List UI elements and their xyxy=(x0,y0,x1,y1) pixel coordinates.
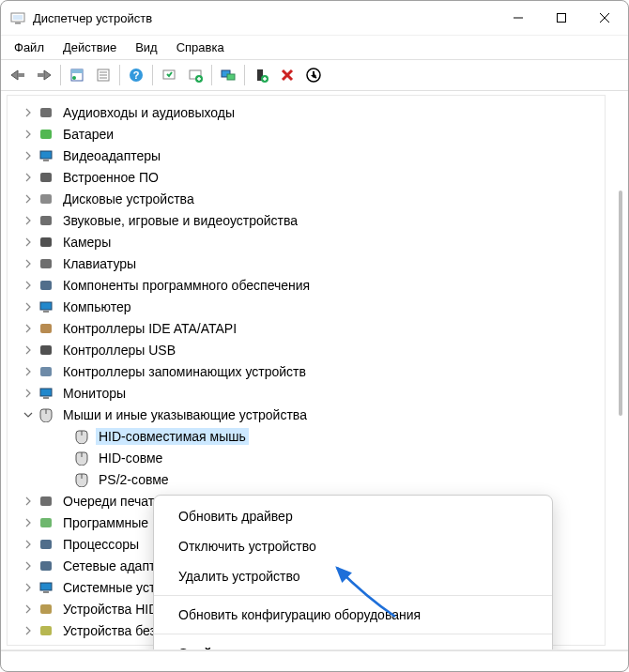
mouse-icon xyxy=(73,471,90,488)
ctx-disable-device[interactable]: Отключить устройство xyxy=(154,531,552,561)
monitor-icon xyxy=(38,385,54,402)
display-adapter-icon xyxy=(38,147,54,164)
ctx-uninstall-device[interactable]: Удалить устройство xyxy=(154,561,552,591)
toolbar-separator xyxy=(152,65,153,85)
security-icon xyxy=(38,622,54,639)
tree-category[interactable]: Компьютер xyxy=(8,296,605,317)
show-hidden-button[interactable] xyxy=(65,63,89,87)
svg-rect-56 xyxy=(43,591,49,593)
svg-rect-45 xyxy=(40,389,52,396)
svg-rect-42 xyxy=(40,324,52,333)
ctx-scan-hardware[interactable]: Обновить конфигурацию оборудования xyxy=(154,600,552,630)
menubar: Файл Действие Вид Справка xyxy=(1,35,628,59)
tree-category-label: Системные уст xyxy=(60,579,158,596)
expand-caret-icon[interactable] xyxy=(21,130,36,139)
expand-caret-icon[interactable] xyxy=(21,561,36,571)
help-button[interactable]: ? xyxy=(124,63,148,87)
context-menu: Обновить драйвер Отключить устройство Уд… xyxy=(153,495,553,650)
mouse-icon xyxy=(73,428,90,445)
properties-button[interactable] xyxy=(301,63,326,87)
content-area: Аудиовходы и аудиовыходыБатареиВидеоадап… xyxy=(1,91,628,650)
expand-caret-icon[interactable] xyxy=(21,496,36,506)
back-button[interactable] xyxy=(6,63,30,87)
tree-category[interactable]: Контроллеры USB xyxy=(8,339,605,360)
expand-caret-icon[interactable] xyxy=(21,151,36,160)
maximize-button[interactable] xyxy=(540,3,583,33)
forward-button[interactable] xyxy=(32,63,56,87)
expand-caret-icon[interactable] xyxy=(21,237,36,247)
svg-rect-10 xyxy=(71,69,83,73)
expand-caret-icon[interactable] xyxy=(21,583,36,592)
tree-category[interactable]: Камеры xyxy=(8,231,605,252)
expand-caret-icon[interactable] xyxy=(21,281,36,290)
tree-category-label: Мыши и иные указывающие устройства xyxy=(60,406,310,423)
tree-category[interactable]: Видеоадаптеры xyxy=(8,145,605,166)
mouse-icon xyxy=(38,406,54,423)
tree-category[interactable]: Аудиовходы и аудиовыходы xyxy=(8,101,605,123)
tree-device-label: HID-совме xyxy=(96,450,165,466)
vertical-scrollbar[interactable] xyxy=(611,97,624,644)
tree-category[interactable]: Контроллеры запоминающих устройств xyxy=(8,360,605,382)
window-frame: Диспетчер устройств Файл Действие Вид Сп… xyxy=(0,0,629,672)
tree-category[interactable]: Клавиатуры xyxy=(8,252,605,274)
expand-caret-icon[interactable] xyxy=(21,324,36,333)
expand-caret-icon[interactable] xyxy=(21,216,36,225)
scan-hardware-button[interactable] xyxy=(157,63,181,87)
expand-caret-icon[interactable] xyxy=(21,173,36,182)
toolbar-separator xyxy=(119,65,120,85)
update-driver-button[interactable] xyxy=(249,63,273,87)
tree-category[interactable]: Звуковые, игровые и видеоустройства xyxy=(8,209,605,231)
expand-caret-icon[interactable] xyxy=(21,345,36,355)
expand-caret-icon[interactable] xyxy=(21,540,36,549)
tree-device[interactable]: PS/2-совме xyxy=(8,468,605,490)
expand-caret-icon[interactable] xyxy=(21,410,36,420)
tree-device[interactable]: HID-совместимая мышь xyxy=(8,425,605,447)
tree-category[interactable]: Контроллеры IDE ATA/ATAPI xyxy=(8,317,605,339)
svg-rect-36 xyxy=(40,216,52,225)
uninstall-button[interactable] xyxy=(275,63,299,87)
tree-category[interactable]: Мониторы xyxy=(8,382,605,404)
expand-caret-icon[interactable] xyxy=(21,259,36,268)
expand-caret-icon[interactable] xyxy=(21,194,36,204)
tree-category[interactable]: Батареи xyxy=(8,123,605,145)
expand-caret-icon[interactable] xyxy=(21,302,36,312)
add-legacy-button[interactable] xyxy=(183,63,207,87)
menu-help[interactable]: Справка xyxy=(167,38,234,56)
ctx-update-driver[interactable]: Обновить драйвер xyxy=(154,501,552,531)
expand-caret-icon[interactable] xyxy=(21,626,36,635)
expand-caret-icon[interactable] xyxy=(21,367,36,376)
tree-category[interactable]: Встроенное ПО xyxy=(8,166,605,188)
expand-caret-icon[interactable] xyxy=(21,604,36,614)
ctx-properties[interactable]: Свойства xyxy=(154,638,552,650)
close-button[interactable] xyxy=(583,3,626,33)
tree-category-label: Контроллеры USB xyxy=(60,342,178,359)
expand-caret-icon[interactable] xyxy=(21,389,36,398)
svg-rect-55 xyxy=(40,583,52,590)
svg-rect-8 xyxy=(38,73,44,77)
menu-action[interactable]: Действие xyxy=(54,38,126,56)
tree-category-label: Контроллеры IDE ATA/ATAPI xyxy=(60,320,239,337)
remote-button[interactable] xyxy=(216,63,240,87)
keyboard-icon xyxy=(38,255,54,272)
view-mode-button[interactable] xyxy=(91,63,115,87)
svg-rect-30 xyxy=(40,108,52,117)
tree-category-label: Встроенное ПО xyxy=(60,169,161,186)
tree-category[interactable]: Дисковые устройства xyxy=(8,188,605,209)
system-icon xyxy=(38,579,54,596)
tree-category-label: Компьютер xyxy=(60,298,133,315)
expand-caret-icon[interactable] xyxy=(21,108,36,117)
scrollbar-thumb[interactable] xyxy=(619,191,622,416)
expand-caret-icon[interactable] xyxy=(21,518,36,527)
svg-rect-46 xyxy=(43,397,49,399)
svg-rect-32 xyxy=(40,151,52,159)
tree-category[interactable]: Компоненты программного обеспечения xyxy=(8,274,605,296)
usb-icon xyxy=(38,342,54,359)
svg-rect-54 xyxy=(40,561,52,571)
menu-file[interactable]: Файл xyxy=(5,38,54,56)
tree-category[interactable]: Мыши и иные указывающие устройства xyxy=(8,404,605,425)
svg-rect-57 xyxy=(40,604,52,614)
menu-view[interactable]: Вид xyxy=(126,38,167,56)
svg-rect-33 xyxy=(43,160,49,161)
tree-device[interactable]: HID-совме xyxy=(8,447,605,468)
minimize-button[interactable] xyxy=(497,3,540,33)
